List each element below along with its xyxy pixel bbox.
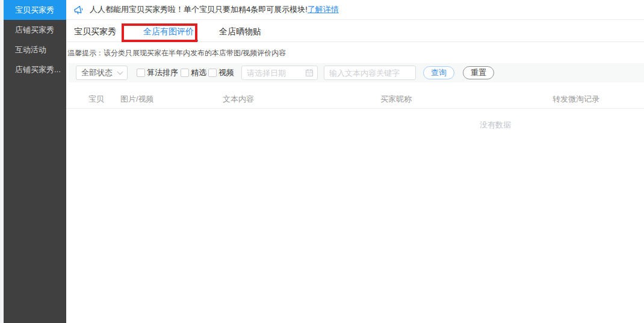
learn-more-link[interactable]: 了解详情: [308, 4, 339, 15]
column-header-image-video: 图片/视频: [120, 94, 154, 105]
sidebar: 宝贝买家秀 店铺买家秀 互动活动 店铺买家秀...: [4, 0, 66, 323]
announcement-text: 人人都能用宝贝买家秀啦！单个宝贝只要加精4条即可展示模块!: [90, 4, 308, 15]
status-select-value: 全部状态: [81, 67, 113, 78]
video-checkbox[interactable]: [208, 69, 217, 77]
sidebar-item-item-buyer-show[interactable]: 宝贝买家秀: [4, 0, 66, 20]
tab-shop-photo-reviews[interactable]: 全店有图评价: [143, 20, 194, 42]
sidebar-item-shop-buyer-show-more[interactable]: 店铺买家秀...: [4, 60, 66, 79]
video-label: 视频: [218, 67, 234, 78]
tab-item-buyer-show[interactable]: 宝贝买家秀: [74, 20, 116, 42]
date-picker: [241, 66, 318, 80]
date-input[interactable]: [241, 66, 318, 80]
column-header-item: 宝贝: [88, 94, 104, 105]
sidebar-item-interactive-activity[interactable]: 互动活动: [4, 40, 66, 60]
checkbox-group-featured[interactable]: 精选: [181, 67, 206, 78]
algorithm-sort-label: 算法排序: [147, 67, 178, 78]
table-empty-state: 没有数据: [66, 109, 644, 139]
notice-text: 温馨提示：该分类只展现买家在半年内发布的本店带图/视频评价内容: [67, 49, 644, 57]
chevron-down-icon: [117, 69, 123, 75]
column-header-weitao-forward-record: 转发微淘记录: [553, 94, 599, 105]
column-header-buyer-nickname: 买家昵称: [380, 94, 412, 105]
reset-button[interactable]: 重置: [463, 66, 494, 79]
tab-shop-posts[interactable]: 全店晒物贴: [219, 20, 261, 42]
sidebar-item-shop-buyer-show[interactable]: 店铺买家秀: [4, 20, 66, 40]
table-header-row: 宝贝 图片/视频 文本内容 买家昵称 转发微淘记录: [66, 93, 644, 109]
featured-label: 精选: [191, 67, 206, 78]
column-header-text-content: 文本内容: [223, 94, 254, 105]
announcement-banner: 人人都能用宝贝买家秀啦！单个宝贝只要加精4条即可展示模块!了解详情: [66, 0, 644, 20]
main-content: 人人都能用宝贝买家秀啦！单个宝贝只要加精4条即可展示模块!了解详情 宝贝买家秀 …: [66, 0, 644, 323]
query-button[interactable]: 查询: [423, 66, 454, 79]
no-data-text: 没有数据: [480, 120, 511, 131]
featured-checkbox[interactable]: [181, 69, 189, 77]
status-select[interactable]: 全部状态: [76, 66, 128, 80]
megaphone-icon: [73, 4, 84, 16]
filter-bar: 全部状态 算法排序 精选 视频: [69, 63, 644, 82]
algorithm-sort-checkbox[interactable]: [137, 69, 145, 77]
checkbox-group-video[interactable]: 视频: [208, 67, 234, 78]
keyword-input[interactable]: [324, 66, 416, 80]
tab-bar: 宝贝买家秀 全店有图评价 全店晒物贴: [66, 20, 644, 42]
checkbox-group-algorithm-sort[interactable]: 算法排序: [137, 67, 178, 78]
